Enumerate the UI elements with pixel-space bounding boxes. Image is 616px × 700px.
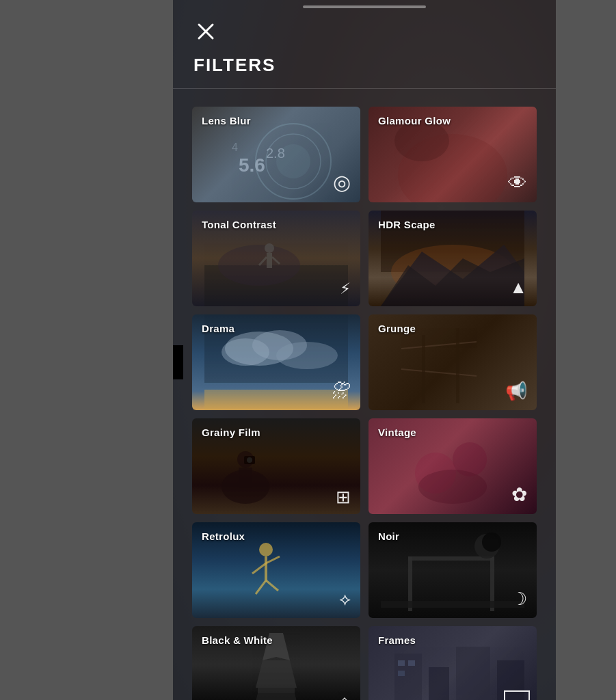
lens-blur-icon: ◎ [333, 170, 351, 194]
eye-icon: 👁 [508, 172, 527, 194]
app-container: FILTERS 5.6 2.8 4 Lens Blur [173, 0, 556, 700]
svg-rect-30 [456, 328, 459, 403]
filter-card-glamour-glow[interactable]: Glamour Glow 👁 [369, 107, 537, 202]
svg-point-10 [394, 120, 449, 161]
arrow-pointer [173, 335, 183, 392]
svg-text:2.8: 2.8 [266, 146, 285, 161]
mountain-icon: ▲ [509, 277, 527, 298]
svg-point-39 [259, 543, 273, 556]
filter-card-hdr-scape[interactable]: HDR Scape ▲ [369, 211, 537, 306]
film-grain-icon: ⊞ [336, 488, 351, 506]
svg-text:5.6: 5.6 [239, 154, 265, 176]
drama-label: Drama [202, 323, 235, 334]
svg-marker-0 [173, 335, 183, 390]
eiffel-icon: ⌂ [338, 690, 351, 700]
moon-icon: ☽ [511, 589, 527, 610]
svg-rect-26 [204, 390, 348, 410]
glamour-glow-label: Glamour Glow [378, 115, 451, 126]
scroll-indicator [303, 5, 426, 8]
filter-card-grainy-film[interactable]: Grainy Film ⊞ [192, 418, 360, 514]
filters-grid: 5.6 2.8 4 Lens Blur ◎ Glamour Glow � [173, 100, 556, 700]
header: FILTERS [173, 0, 556, 88]
svg-text:4: 4 [232, 142, 238, 153]
svg-line-28 [401, 369, 477, 376]
noir-label: Noir [378, 530, 399, 542]
close-button[interactable] [193, 19, 218, 44]
lens-blur-label: Lens Blur [202, 115, 251, 126]
svg-marker-52 [256, 660, 297, 688]
svg-line-43 [256, 580, 266, 594]
flower-icon: ✿ [511, 483, 527, 506]
svg-line-27 [401, 342, 477, 349]
svg-marker-54 [252, 693, 300, 700]
filter-card-black-white[interactable]: Black & White ⌂ [192, 626, 360, 700]
filter-card-frames[interactable]: Frames ▭ [369, 626, 537, 700]
filter-card-tonal-contrast[interactable]: Tonal Contrast ⚡ [192, 211, 360, 306]
svg-rect-58 [456, 647, 490, 700]
filter-card-lens-blur[interactable]: 5.6 2.8 4 Lens Blur ◎ [192, 107, 360, 202]
separator [173, 88, 556, 89]
svg-point-25 [276, 342, 338, 369]
filter-card-noir[interactable]: Noir ☽ [369, 522, 537, 618]
svg-point-50 [482, 533, 501, 552]
svg-rect-53 [258, 688, 295, 693]
svg-point-13 [265, 243, 274, 253]
svg-point-38 [418, 470, 487, 504]
svg-rect-61 [408, 660, 415, 666]
tonal-contrast-label: Tonal Contrast [202, 219, 276, 230]
filters-title: FILTERS [193, 55, 535, 76]
frames-label: Frames [378, 634, 416, 646]
svg-rect-14 [267, 253, 272, 268]
svg-rect-60 [398, 660, 405, 666]
svg-rect-29 [422, 335, 425, 403]
waveform-icon: ⚡ [340, 278, 351, 298]
svg-line-44 [266, 580, 278, 591]
svg-point-35 [247, 457, 252, 463]
retrolux-label: Retrolux [202, 530, 245, 542]
black-white-label: Black & White [202, 634, 273, 646]
grainy-film-label: Grainy Film [202, 427, 260, 438]
storm-icon: ⛈ [332, 379, 351, 402]
svg-rect-62 [398, 671, 405, 676]
svg-line-42 [266, 556, 280, 563]
main-content: FILTERS 5.6 2.8 4 Lens Blur [173, 0, 556, 700]
hdr-scape-label: HDR Scape [378, 219, 436, 230]
close-icon [196, 22, 215, 41]
svg-rect-33 [239, 468, 252, 488]
filter-card-vintage[interactable]: Vintage ✿ [369, 418, 537, 514]
svg-line-41 [252, 563, 266, 574]
svg-rect-57 [429, 667, 449, 700]
grunge-label: Grunge [378, 323, 416, 334]
frames-icon: ▭ [504, 690, 530, 700]
filter-card-grunge[interactable]: Grunge 📢 [369, 314, 537, 410]
vintage-label: Vintage [378, 427, 416, 438]
retrolux-icon: ⟡ [339, 589, 351, 610]
svg-rect-48 [381, 601, 524, 608]
filter-card-retrolux[interactable]: Retrolux ⟡ [192, 522, 360, 618]
filter-card-drama[interactable]: Drama ⛈ [192, 314, 360, 410]
megaphone-icon: 📢 [505, 381, 527, 402]
